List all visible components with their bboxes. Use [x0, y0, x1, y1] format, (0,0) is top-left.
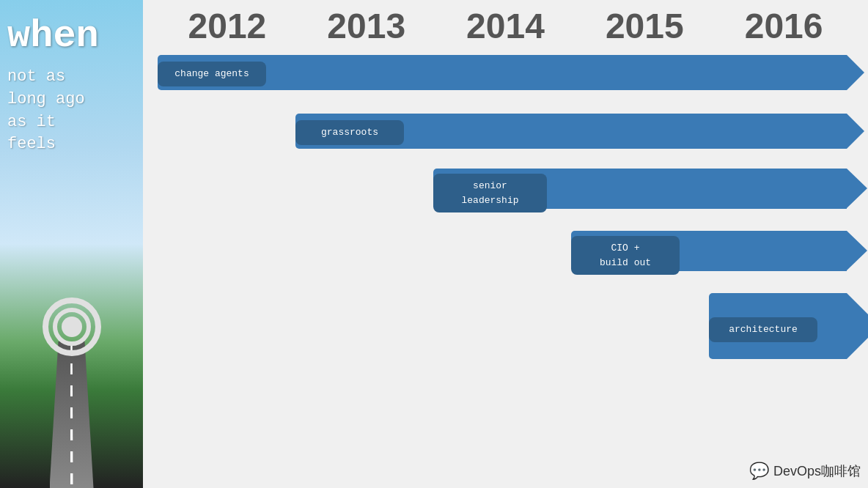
- sidebar-subtitle: not aslong agoas itfeels: [7, 66, 85, 156]
- watermark-icon: 💬: [749, 462, 769, 481]
- bar-arrow-4: [847, 293, 868, 359]
- year-2015: 2015: [575, 6, 714, 46]
- bar-arrow-3: [847, 231, 867, 270]
- label-box-3: CIO + build out: [571, 236, 680, 275]
- label-box-2: senior leadership: [433, 174, 547, 212]
- bar-arrow-0: [847, 55, 864, 90]
- watermark-text: DevOps咖啡馆: [773, 462, 861, 480]
- main-content: 2012 2013 2014 2015 2016 change agentsgr…: [143, 0, 868, 488]
- year-2013: 2013: [297, 6, 436, 46]
- sidebar-when-label: when: [7, 15, 99, 58]
- label-box-1: grassroots: [295, 120, 404, 145]
- timeline-container: change agentsgrassrootssenior leadership…: [158, 51, 853, 473]
- year-2016: 2016: [714, 6, 853, 46]
- target-icon: [43, 297, 101, 356]
- sidebar: when not aslong agoas itfeels: [0, 0, 143, 488]
- bar-arrow-1: [847, 114, 864, 149]
- years-row: 2012 2013 2014 2015 2016: [158, 0, 853, 51]
- bar-arrow-2: [847, 169, 867, 208]
- label-box-0: change agents: [158, 62, 266, 86]
- year-2014: 2014: [436, 6, 575, 46]
- watermark: 💬 DevOps咖啡馆: [749, 462, 861, 481]
- year-2012: 2012: [158, 6, 297, 46]
- label-box-4: architecture: [709, 317, 817, 342]
